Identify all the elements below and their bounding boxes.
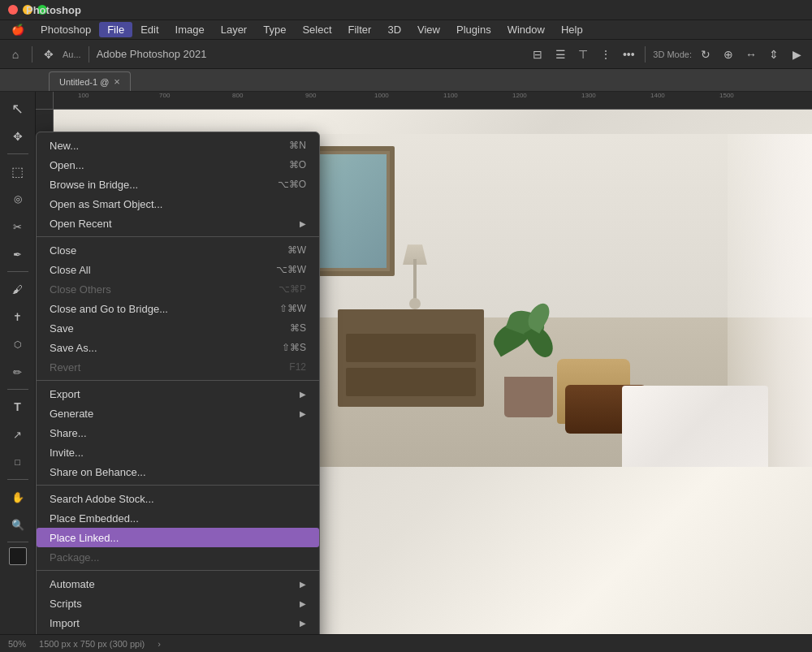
document-tab[interactable]: Untitled-1 @ × [49,71,131,91]
foreground-color[interactable] [9,547,27,565]
menu-item-import[interactable]: Import ▶ [37,613,319,633]
menu-item-place-embedded[interactable]: Place Embedded... [37,508,319,528]
tool-clone[interactable]: ✝ [6,304,30,329]
menu-apple[interactable]: 🍎 [3,22,32,37]
ruler-top: 100 700 800 900 1000 1100 1200 1300 1400… [54,92,812,110]
3d-rotate-icon[interactable]: ↻ [697,45,715,63]
tool-move[interactable]: ↖ [6,97,30,121]
nightstand [338,309,484,407]
tool-brush[interactable]: 🖌 [6,277,30,301]
tool-path[interactable]: ↗ [6,422,30,447]
ruler-corner [36,92,54,110]
menu-3d[interactable]: 3D [379,22,409,37]
tool-shape[interactable]: □ [6,450,30,474]
tool-transform[interactable]: ✥ [6,124,30,149]
status-arrow[interactable]: › [158,639,161,649]
menu-edit[interactable]: Edit [132,22,166,37]
menu-select[interactable]: Select [294,22,339,37]
tool-type[interactable]: T [6,395,30,419]
menu-item-new[interactable]: New... ⌘N [37,136,319,155]
mode-label: 3D Mode: [653,50,692,59]
lt-divider-2 [7,271,28,272]
tool-zoom[interactable]: 🔍 [6,512,30,537]
menu-window[interactable]: Window [499,22,553,37]
video-icon[interactable]: ▶ [788,45,806,63]
3d-orbit-icon[interactable]: ⊕ [719,45,737,63]
toolbar-divider-2 [89,46,89,63]
menu-item-open-recent[interactable]: Open Recent ▶ [37,214,319,233]
plant [500,365,557,417]
menu-item-generate[interactable]: Generate ▶ [37,404,319,423]
menu-item-open[interactable]: Open... ⌘O [37,155,319,175]
menu-item-share-behance[interactable]: Share on Behance... [37,462,319,481]
menu-item-browse-bridge[interactable]: Browse in Bridge... ⌥⌘O [37,175,319,194]
tool-hand[interactable]: ✋ [6,485,30,509]
tool-lasso[interactable]: ◎ [6,187,30,211]
lamp [403,244,427,309]
menu-item-import-iphone[interactable]: Import from iPhone or iPad ▶ [37,633,319,634]
menu-item-scripts[interactable]: Scripts ▶ [37,594,319,613]
home-icon[interactable]: ⌂ [6,45,24,63]
left-toolbar: ↖ ✥ ⬚ ◎ ✂ ✒ 🖌 ✝ ⬡ ✏ T ↗ □ ✋ 🔍 [0,92,36,634]
lt-divider-3 [7,389,28,390]
menu-item-export[interactable]: Export ▶ [37,384,319,404]
menu-view[interactable]: View [409,22,448,37]
divider-4 [37,570,319,571]
distribute-icon[interactable]: ⋮ [597,45,615,63]
app-title-center: Adobe Photoshop 2021 [97,48,207,60]
bed-fabric [622,386,768,467]
status-dimensions: 1500 px x 750 px (300 ppi) [39,639,145,649]
3d-zoom-icon[interactable]: ⇕ [765,45,783,63]
lt-divider-5 [7,542,28,542]
more-icon[interactable]: ••• [620,45,637,63]
menu-item-save[interactable]: Save ⌘S [37,318,319,338]
menu-item-close[interactable]: Close ⌘W [37,240,319,260]
nightstand-drawer-top [346,334,476,362]
menu-photoshop[interactable]: Photoshop [32,22,99,37]
menu-item-invite[interactable]: Invite... [37,443,319,462]
tab-bar: Untitled-1 @ × [0,69,812,92]
lt-divider-1 [7,153,28,154]
canvas-area: 100 700 800 900 1000 1100 1200 1300 1400… [36,92,812,634]
nightstand-drawer-bottom [346,368,476,396]
menu-image[interactable]: Image [167,22,213,37]
tab-close-icon[interactable]: × [114,76,120,88]
app-name: Photoshop [26,4,81,16]
move-icon[interactable]: ✥ [40,45,58,63]
menu-item-automate[interactable]: Automate ▶ [37,574,319,594]
tool-marquee[interactable]: ⬚ [6,159,30,184]
plant-soil [504,377,553,417]
menu-item-search-stock[interactable]: Search Adobe Stock... [37,489,319,508]
menu-item-close-all[interactable]: Close All ⌥⌘W [37,260,319,279]
divider-2 [37,380,319,381]
menu-item-save-as[interactable]: Save As... ⇧⌘S [37,338,319,357]
menu-file[interactable]: File [99,22,132,37]
menu-plugins[interactable]: Plugins [448,22,499,37]
lt-divider-4 [7,479,28,480]
menu-item-share[interactable]: Share... [37,423,319,443]
tool-pen[interactable]: ✏ [6,360,30,384]
menu-bar: 🍎 Photoshop File Edit Image Layer Type S… [0,20,812,40]
menu-item-close-bridge[interactable]: Close and Go to Bridge... ⇧⌘W [37,299,319,318]
tool-crop[interactable]: ✂ [6,214,30,239]
menu-filter[interactable]: Filter [340,22,380,37]
menu-item-place-linked[interactable]: Place Linked... [37,528,319,547]
3d-pan-icon[interactable]: ↔ [742,45,760,63]
menu-layer[interactable]: Layer [213,22,256,37]
menu-item-revert: Revert F12 [37,357,319,377]
status-bar: 50% 1500 px x 750 px (300 ppi) › [0,634,812,652]
title-bar: Photoshop [0,0,812,20]
tool-eyedropper[interactable]: ✒ [6,242,30,266]
align-top-icon[interactable]: ⊤ [574,45,592,63]
menu-help[interactable]: Help [553,22,591,37]
align-left-icon[interactable]: ⊟ [529,45,546,63]
menu-type[interactable]: Type [255,22,294,37]
file-menu-dropdown: New... ⌘N Open... ⌘O Browse in Bridge...… [36,132,320,634]
lamp-base [409,298,421,309]
close-button[interactable] [8,5,18,15]
tool-eraser[interactable]: ⬡ [6,332,30,356]
menu-item-open-smart[interactable]: Open as Smart Object... [37,194,319,214]
toolbar-divider-3 [645,46,646,63]
zoom-level: 50% [8,639,26,649]
align-center-icon[interactable]: ☰ [551,45,569,63]
